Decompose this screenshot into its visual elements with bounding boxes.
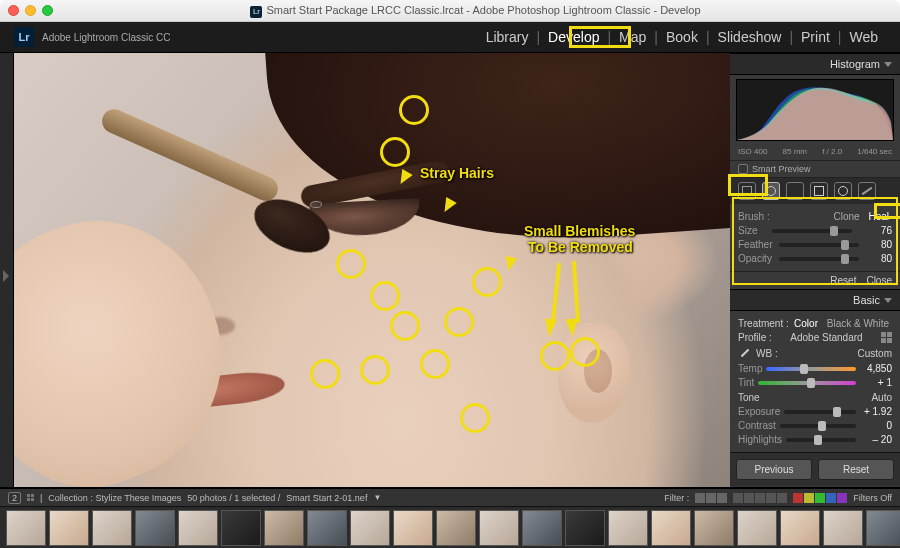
module-print[interactable]: Print <box>793 25 838 49</box>
filmstrip: 2 | Collection : Stylize These Images 50… <box>0 488 900 548</box>
wb-select[interactable]: Custom <box>858 348 892 359</box>
app-name-label: Adobe Lightroom Classic CC <box>42 32 170 43</box>
current-file: Smart Start 2-01.nef <box>286 493 367 503</box>
minimize-window-button[interactable] <box>25 5 36 16</box>
exposure-slider[interactable] <box>784 410 856 414</box>
module-slideshow[interactable]: Slideshow <box>710 25 790 49</box>
treatment-bw[interactable]: Black & White <box>824 318 892 329</box>
thumbnail[interactable] <box>264 510 304 546</box>
module-picker: Library| Develop| Map| Book| Slideshow| … <box>478 25 886 49</box>
highlights-slider[interactable] <box>786 438 856 442</box>
window-title: LrSmart Start Package LRCC Classic.lrcat… <box>59 4 892 18</box>
histogram-header[interactable]: Histogram <box>730 53 900 75</box>
profile-browser-icon[interactable] <box>881 332 892 343</box>
color-label-filter[interactable] <box>793 493 847 503</box>
grid-view-icon[interactable] <box>27 494 34 501</box>
module-library[interactable]: Library <box>478 25 537 49</box>
previous-button[interactable]: Previous <box>736 459 812 480</box>
histogram-info: ISO 40085 mmf / 2.01/640 sec <box>730 145 900 160</box>
close-window-button[interactable] <box>8 5 19 16</box>
highlight-develop <box>569 26 631 48</box>
rating-filter[interactable] <box>733 493 787 503</box>
thumbnail[interactable] <box>479 510 519 546</box>
second-window-button[interactable]: 2 <box>8 492 21 504</box>
wb-dropper-icon[interactable] <box>738 346 752 360</box>
filters-off-label[interactable]: Filters Off <box>853 493 892 503</box>
reset-button[interactable]: Reset <box>818 459 894 480</box>
thumbnail[interactable] <box>92 510 132 546</box>
tone-auto-button[interactable]: Auto <box>871 392 892 403</box>
thumbnail[interactable] <box>866 510 900 546</box>
thumbnail[interactable] <box>135 510 175 546</box>
photo-count: 50 photos / 1 selected / <box>187 493 280 503</box>
flag-filter[interactable] <box>695 493 727 503</box>
profile-select[interactable]: Adobe Standard <box>790 332 862 343</box>
mac-titlebar: LrSmart Start Package LRCC Classic.lrcat… <box>0 0 900 22</box>
thumbnail[interactable] <box>350 510 390 546</box>
treatment-color[interactable]: Color <box>791 318 821 329</box>
highlight-brush-panel <box>732 197 898 285</box>
thumbnail[interactable] <box>737 510 777 546</box>
thumbnail[interactable] <box>178 510 218 546</box>
thumbnail[interactable] <box>221 510 261 546</box>
develop-right-panel: Histogram ISO 40085 mmf / 2.01/640 sec S… <box>730 53 900 487</box>
lightroom-logo-icon: Lr <box>14 27 34 47</box>
thumbnail[interactable] <box>393 510 433 546</box>
zoom-window-button[interactable] <box>42 5 53 16</box>
app-topbar: Lr Adobe Lightroom Classic CC Library| D… <box>0 22 900 52</box>
tint-slider[interactable] <box>758 381 856 385</box>
collection-path[interactable]: Collection : Stylize These Images <box>48 493 181 503</box>
thumbnail[interactable] <box>6 510 46 546</box>
thumbnail[interactable] <box>608 510 648 546</box>
histogram[interactable] <box>736 79 894 141</box>
image-canvas[interactable]: Stray Hairs Small Blemishes To Be Remove… <box>0 53 730 487</box>
thumbnail[interactable] <box>49 510 89 546</box>
filter-label: Filter : <box>664 493 689 503</box>
highlight-spot-tool <box>730 174 768 196</box>
thumbnail[interactable] <box>565 510 605 546</box>
module-web[interactable]: Web <box>841 25 886 49</box>
thumbnail[interactable] <box>307 510 347 546</box>
contrast-slider[interactable] <box>780 424 856 428</box>
module-book[interactable]: Book <box>658 25 706 49</box>
temp-slider[interactable] <box>766 367 856 371</box>
thumbnail[interactable] <box>522 510 562 546</box>
thumbnail-strip[interactable] <box>0 507 900 548</box>
thumbnail[interactable] <box>651 510 691 546</box>
thumbnail[interactable] <box>694 510 734 546</box>
thumbnail[interactable] <box>823 510 863 546</box>
thumbnail[interactable] <box>780 510 820 546</box>
left-panel-collapse[interactable] <box>0 53 14 487</box>
thumbnail[interactable] <box>436 510 476 546</box>
basic-header[interactable]: Basic <box>730 289 900 311</box>
